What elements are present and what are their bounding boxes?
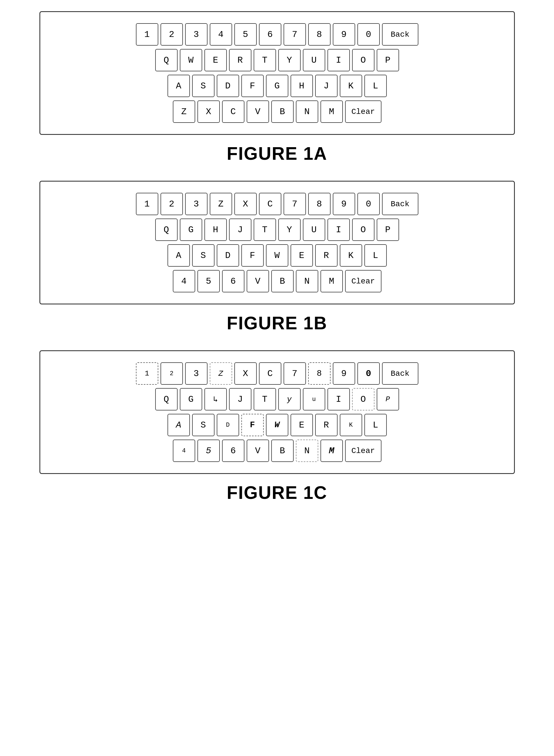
key-1c-s[interactable]: S — [192, 414, 215, 436]
key-clear[interactable]: Clear — [345, 100, 381, 123]
key-1c-o[interactable]: O — [352, 388, 375, 410]
key-1c-1[interactable]: 1 — [136, 362, 158, 385]
key-1b-d[interactable]: D — [217, 244, 239, 267]
key-1c-y[interactable]: y — [278, 388, 300, 410]
key-1c-p[interactable]: P — [377, 388, 399, 410]
key-1c-a[interactable]: A — [168, 414, 190, 436]
key-1c-g[interactable]: G — [180, 388, 202, 410]
key-1b-w[interactable]: W — [266, 244, 288, 267]
key-1c-v[interactable]: V — [247, 440, 269, 462]
key-1c-2[interactable]: 2 — [161, 362, 183, 385]
key-1c-6[interactable]: 6 — [222, 440, 244, 462]
key-6[interactable]: 6 — [259, 23, 281, 46]
key-1c-i[interactable]: I — [328, 388, 350, 410]
key-u[interactable]: U — [303, 49, 325, 71]
key-1b-clear[interactable]: Clear — [345, 270, 381, 292]
key-1c-u[interactable]: u — [303, 388, 325, 410]
key-1c-z[interactable]: Z — [210, 362, 232, 385]
key-1b-7[interactable]: 7 — [284, 193, 306, 215]
key-1b-n[interactable]: N — [296, 270, 318, 292]
key-1b-a[interactable]: A — [168, 244, 190, 267]
key-4[interactable]: 4 — [210, 23, 232, 46]
key-1b-x[interactable]: X — [234, 193, 257, 215]
key-1b-g[interactable]: G — [180, 218, 202, 241]
key-1b-1[interactable]: 1 — [136, 193, 158, 215]
key-1b-o[interactable]: O — [352, 218, 375, 241]
key-back[interactable]: Back — [382, 23, 419, 46]
key-1b-3[interactable]: 3 — [185, 193, 208, 215]
key-1c-0[interactable]: 0 — [357, 362, 380, 385]
key-v[interactable]: V — [247, 100, 269, 123]
key-1[interactable]: 1 — [136, 23, 158, 46]
key-1b-9[interactable]: 9 — [333, 193, 355, 215]
key-1b-b[interactable]: B — [271, 270, 294, 292]
key-5[interactable]: 5 — [234, 23, 257, 46]
key-1c-j[interactable]: J — [229, 388, 252, 410]
key-1b-j[interactable]: J — [229, 218, 252, 241]
key-r[interactable]: R — [229, 49, 252, 71]
key-1b-y[interactable]: Y — [278, 218, 300, 241]
key-1b-0[interactable]: 0 — [357, 193, 380, 215]
key-f[interactable]: F — [241, 75, 264, 97]
key-1b-t[interactable]: T — [254, 218, 276, 241]
key-k[interactable]: K — [340, 75, 362, 97]
key-1b-s[interactable]: S — [192, 244, 215, 267]
key-1c-5[interactable]: 5 — [198, 440, 220, 462]
key-1c-d[interactable]: D — [217, 414, 239, 436]
key-1c-7[interactable]: 7 — [284, 362, 306, 385]
key-1c-back[interactable]: Back — [382, 362, 419, 385]
key-w[interactable]: W — [180, 49, 202, 71]
key-1b-p[interactable]: P — [377, 218, 399, 241]
key-i[interactable]: I — [328, 49, 350, 71]
key-1c-t[interactable]: T — [254, 388, 276, 410]
key-c[interactable]: C — [222, 100, 244, 123]
key-7[interactable]: 7 — [284, 23, 306, 46]
key-1b-k[interactable]: K — [340, 244, 362, 267]
key-1b-back[interactable]: Back — [382, 193, 419, 215]
key-8[interactable]: 8 — [308, 23, 331, 46]
key-1c-4[interactable]: 4 — [173, 440, 195, 462]
key-3[interactable]: 3 — [185, 23, 208, 46]
key-1c-k[interactable]: K — [340, 414, 362, 436]
key-1c-e[interactable]: E — [290, 414, 313, 436]
key-h[interactable]: H — [290, 75, 313, 97]
key-b[interactable]: B — [271, 100, 294, 123]
key-1b-f[interactable]: F — [241, 244, 264, 267]
key-m[interactable]: M — [321, 100, 343, 123]
key-1b-8[interactable]: 8 — [308, 193, 331, 215]
key-1b-q[interactable]: Q — [155, 218, 178, 241]
key-q[interactable]: Q — [155, 49, 178, 71]
key-1c-3[interactable]: 3 — [185, 362, 208, 385]
key-d[interactable]: D — [217, 75, 239, 97]
key-g[interactable]: G — [266, 75, 288, 97]
key-s[interactable]: S — [192, 75, 215, 97]
key-9[interactable]: 9 — [333, 23, 355, 46]
key-t[interactable]: T — [254, 49, 276, 71]
key-1b-6[interactable]: 6 — [222, 270, 244, 292]
key-1c-c[interactable]: C — [259, 362, 281, 385]
key-l[interactable]: L — [365, 75, 387, 97]
key-1b-u[interactable]: U — [303, 218, 325, 241]
key-o[interactable]: O — [352, 49, 375, 71]
key-2[interactable]: 2 — [161, 23, 183, 46]
key-n[interactable]: N — [296, 100, 318, 123]
key-1c-8[interactable]: 8 — [308, 362, 331, 385]
key-0[interactable]: 0 — [357, 23, 380, 46]
key-1c-9[interactable]: 9 — [333, 362, 355, 385]
key-1c-m[interactable]: M — [321, 440, 343, 462]
key-1b-i[interactable]: I — [328, 218, 350, 241]
key-1b-v[interactable]: V — [247, 270, 269, 292]
key-e[interactable]: E — [205, 49, 227, 71]
key-1c-w[interactable]: W — [266, 414, 288, 436]
key-1c-f[interactable]: F — [241, 414, 264, 436]
key-j[interactable]: J — [315, 75, 338, 97]
key-x[interactable]: X — [198, 100, 220, 123]
key-a[interactable]: A — [168, 75, 190, 97]
key-1b-m[interactable]: M — [321, 270, 343, 292]
key-1c-r[interactable]: R — [315, 414, 338, 436]
key-1c-n[interactable]: N — [296, 440, 318, 462]
key-1b-l[interactable]: L — [365, 244, 387, 267]
key-z[interactable]: Z — [173, 100, 195, 123]
key-1b-z[interactable]: Z — [210, 193, 232, 215]
key-1b-5[interactable]: 5 — [198, 270, 220, 292]
